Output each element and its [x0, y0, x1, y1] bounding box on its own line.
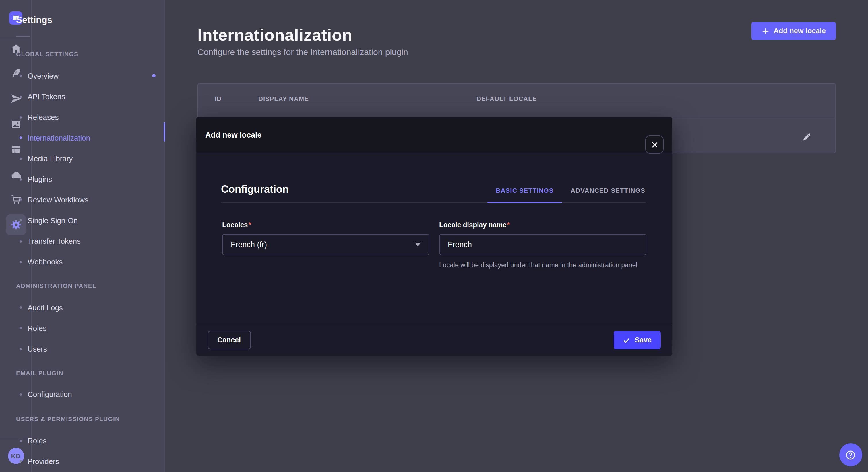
- required-asterisk: *: [248, 221, 251, 229]
- save-button[interactable]: Save: [614, 331, 661, 349]
- locales-select[interactable]: French (fr): [222, 234, 429, 255]
- modal-footer: [196, 325, 672, 356]
- locale-display-name-label: Locale display name*: [439, 221, 510, 229]
- required-asterisk: *: [507, 221, 510, 229]
- tab-advanced-settings[interactable]: ADVANCED SETTINGS: [569, 185, 646, 196]
- strapi-admin: KD Settings GLOBAL SETTINGS Overview API…: [0, 0, 868, 472]
- chevron-down-icon: [415, 243, 421, 247]
- configuration-heading: Configuration: [221, 183, 289, 196]
- display-name-hint: Locale will be displayed under that name…: [439, 260, 650, 270]
- modal-title: Add new locale: [205, 131, 262, 139]
- locale-display-name-field: [439, 234, 646, 255]
- modal-header: [196, 117, 672, 153]
- check-icon: [623, 336, 630, 344]
- locales-label: Locales*: [222, 221, 251, 229]
- modal-close-button[interactable]: [645, 135, 663, 154]
- tabs-divider: [221, 202, 646, 203]
- active-tab-underline: [487, 202, 562, 203]
- locale-display-name-input[interactable]: [448, 235, 638, 255]
- cancel-button[interactable]: Cancel: [208, 331, 251, 349]
- add-locale-modal: Add new locale Configuration BASIC SETTI…: [196, 117, 672, 356]
- close-icon: [651, 141, 658, 148]
- tab-basic-settings[interactable]: BASIC SETTINGS: [487, 185, 562, 196]
